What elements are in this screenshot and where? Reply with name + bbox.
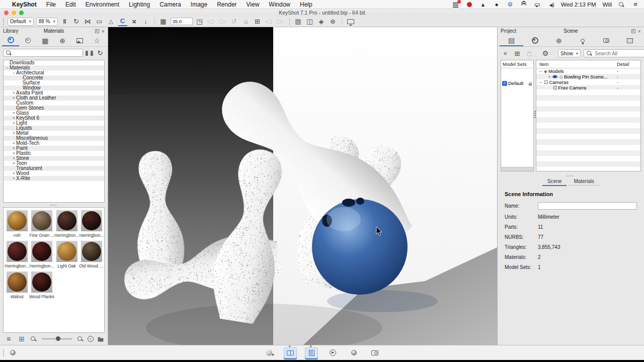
tree-expander-icon[interactable] [538, 69, 543, 74]
scene-search-field[interactable] [584, 49, 644, 57]
airplay-icon[interactable] [534, 2, 541, 8]
scene-tree-row[interactable]: Bowling Pin Scene... - [536, 74, 640, 79]
tree-expander-icon[interactable] [12, 176, 16, 181]
material-thumbnail[interactable]: Herringbon... [5, 241, 29, 268]
zoom-region-button[interactable] [195, 17, 204, 26]
close-panel-icon[interactable]: × [638, 29, 641, 33]
spotlight-search-icon[interactable] [618, 2, 625, 8]
panels-button[interactable] [305, 17, 314, 26]
tree-expander-icon[interactable] [12, 121, 16, 126]
library-search-input[interactable] [14, 50, 80, 56]
float-panel-icon[interactable] [631, 29, 635, 33]
tree-expander-icon[interactable] [12, 96, 16, 101]
render-preview-button[interactable] [263, 347, 276, 358]
menu-item[interactable]: Image [191, 1, 207, 8]
scene-tree-row[interactable]: Models - [536, 68, 640, 74]
recording-status-icon[interactable] [466, 2, 473, 8]
keyshot-vr-button[interactable] [347, 347, 360, 358]
notification-center-icon[interactable] [632, 2, 639, 8]
subtab[interactable]: Materials [569, 178, 599, 186]
model-sets-scrollbar[interactable] [501, 167, 533, 171]
next-view-button[interactable] [218, 17, 227, 26]
tab-environments[interactable] [54, 35, 71, 46]
close-panel-icon[interactable]: × [102, 29, 105, 33]
animation-button[interactable] [326, 347, 339, 358]
next-camera-button[interactable] [276, 17, 285, 26]
panel-resize-handle[interactable]: ••• [498, 173, 644, 178]
tab-textures[interactable] [37, 35, 54, 46]
material-thumbnail[interactable]: Old Wood P... [79, 241, 104, 268]
list-view-button[interactable] [4, 334, 13, 343]
cpu-usage-select[interactable]: 88 %▾ [36, 18, 58, 26]
refresh-library-icon[interactable] [96, 49, 105, 56]
model-set-row[interactable]: Default [501, 79, 533, 87]
wifi-icon[interactable] [520, 2, 527, 8]
tumble-tool-button[interactable] [118, 17, 127, 26]
flip-view-button[interactable] [84, 17, 93, 26]
pan-tool-button[interactable] [130, 17, 139, 26]
tree-expander-icon[interactable] [547, 74, 552, 79]
tree-expander-icon[interactable] [12, 156, 16, 161]
tree-expander-icon[interactable] [12, 146, 16, 151]
library-search-field[interactable] [3, 49, 83, 57]
add-folder-icon[interactable] [91, 52, 93, 56]
menu-item[interactable]: Help [300, 1, 312, 8]
menu-item[interactable]: KeyShot [12, 1, 37, 8]
tab-environment[interactable] [547, 35, 571, 46]
dolly-tool-button[interactable] [141, 17, 150, 26]
performance-mode-button[interactable] [72, 17, 81, 26]
material-thumbnail[interactable]: Wood Planks [29, 272, 54, 299]
zoom-in-icon[interactable] [77, 336, 84, 342]
tree-expander-icon[interactable] [5, 65, 10, 70]
tree-expander-icon[interactable] [12, 111, 16, 116]
lock-camera-button[interactable] [242, 17, 251, 26]
material-thumbnail[interactable]: Light Oak [54, 241, 79, 268]
thumbnail-size-slider[interactable] [42, 338, 72, 339]
grid-view-button[interactable] [17, 334, 26, 343]
checkbox-checked-icon[interactable] [502, 81, 507, 86]
presentation-mode-button[interactable] [346, 17, 355, 26]
pause-render-button[interactable] [60, 17, 69, 26]
show-filter-select[interactable]: Show▾ [558, 49, 581, 57]
library-tree-row[interactable]: Architectural [4, 70, 104, 75]
material-thumbnail[interactable]: Fine Grain ... [29, 210, 54, 238]
material-thumbnail[interactable]: Walnut [5, 272, 29, 299]
tab-favorites[interactable] [89, 35, 106, 46]
tab-scene[interactable] [500, 35, 523, 46]
menu-item[interactable]: Camera [159, 1, 181, 8]
tab-camera[interactable] [595, 35, 618, 46]
materials-button[interactable] [317, 17, 326, 26]
tab-lighting[interactable] [571, 35, 595, 46]
tripod-button[interactable] [107, 17, 116, 26]
menu-item[interactable]: Edit [65, 1, 76, 8]
tab-colors[interactable] [19, 35, 36, 46]
panel-resize-handle[interactable]: ••• [0, 203, 108, 207]
render-viewport[interactable] [108, 27, 497, 345]
scene-name-input[interactable] [538, 202, 637, 210]
project-toggle-button[interactable] [305, 347, 318, 358]
material-thumbnail[interactable]: Herringbon... [29, 241, 54, 268]
tab-materials[interactable] [2, 35, 19, 46]
material-thumbnail[interactable]: Herringbon... [54, 210, 79, 238]
material-thumbnail[interactable]: Ash [5, 210, 29, 238]
volume-icon[interactable] [547, 2, 554, 8]
library-tree-row[interactable]: X-Rite [4, 176, 104, 181]
import-folder-icon[interactable] [86, 52, 88, 56]
tab-image[interactable] [618, 35, 642, 46]
drive-status-icon[interactable] [479, 2, 487, 8]
region-render-button[interactable] [95, 17, 104, 26]
collapse-all-button[interactable] [501, 49, 510, 58]
tree-expander-icon[interactable] [12, 90, 16, 96]
workspace-select[interactable]: Default▾ [8, 18, 34, 26]
library-tree-row[interactable]: Concrete [4, 75, 104, 80]
library-toggle-button[interactable] [284, 347, 297, 358]
library-tree-row[interactable]: Surface [4, 80, 104, 85]
tree-expander-icon[interactable] [538, 80, 543, 85]
tree-expander-icon[interactable] [12, 151, 16, 156]
tree-expander-icon[interactable] [12, 141, 16, 146]
render-settings-button[interactable] [294, 17, 303, 26]
previous-view-button[interactable] [207, 17, 216, 26]
menu-clock[interactable]: Wed 2:13 PM [561, 2, 596, 8]
material-thumbnail[interactable]: Herringbon... [79, 210, 104, 238]
menu-item[interactable]: Render [217, 1, 236, 8]
